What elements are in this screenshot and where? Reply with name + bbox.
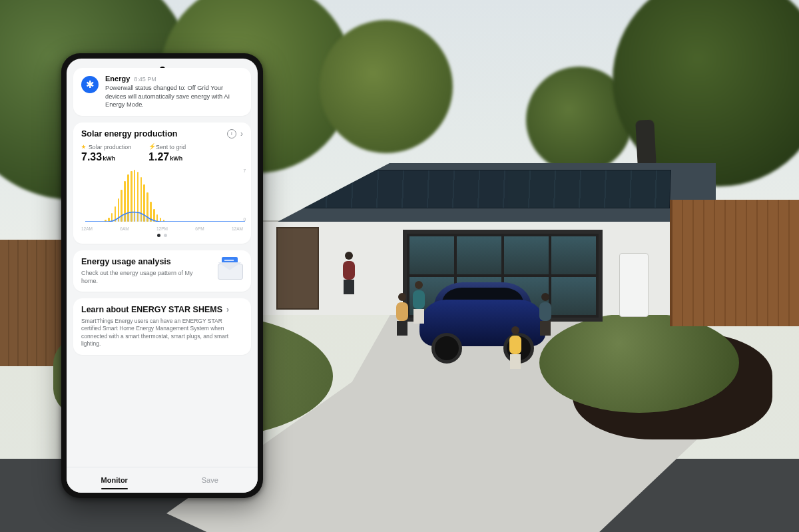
solar-panels	[276, 170, 671, 208]
notification-title: Energy	[105, 75, 130, 83]
notification-time: 8:45 PM	[134, 76, 156, 83]
metric-value: 1.27	[148, 151, 169, 162]
fence	[670, 200, 799, 326]
sun-icon	[81, 144, 86, 149]
metric-unit: kWh	[170, 155, 182, 162]
info-icon[interactable]: i	[227, 129, 236, 138]
car	[419, 280, 546, 360]
tab-save[interactable]: Save	[162, 467, 258, 493]
chart-line	[85, 170, 245, 222]
usage-card[interactable]: Energy usage analysis Check out the ener…	[73, 250, 251, 292]
solar-card[interactable]: Solar energy production i › Solar produc…	[73, 123, 251, 244]
bottom-tabs: Monitor Save	[67, 467, 258, 493]
learn-title: Learn about ENERGY STAR SHEMS	[81, 305, 222, 314]
person	[506, 326, 525, 369]
learn-card[interactable]: Learn about ENERGY STAR SHEMS› SmartThin…	[73, 298, 251, 355]
chevron-right-icon: ›	[226, 305, 229, 314]
usage-title: Energy usage analysis	[81, 257, 210, 266]
chevron-right-icon[interactable]: ›	[240, 129, 243, 138]
pager-dot-active	[157, 234, 160, 237]
tree	[320, 20, 453, 153]
person	[409, 281, 428, 324]
usage-sub: Check out the energy usage pattern of My…	[81, 269, 210, 285]
metric-unit: kWh	[103, 155, 115, 162]
roof	[250, 163, 716, 222]
solar-chart: 70 12AM6AM12PM6PM12AM	[81, 170, 243, 231]
solar-title: Solar energy production	[81, 129, 177, 138]
phone-screen: ✱ Energy 8:45 PM Powerwall status change…	[67, 59, 258, 493]
chart-pager[interactable]	[81, 234, 243, 237]
learn-sub: SmartThings Energy users can have an ENE…	[81, 318, 243, 348]
metric-value: 7.33	[81, 151, 102, 162]
powerwall	[619, 253, 649, 317]
metric-label: Solar production	[89, 144, 131, 150]
phone-frame: ✱ Energy 8:45 PM Powerwall status change…	[61, 53, 263, 498]
front-door	[276, 227, 319, 310]
metric-label: Sent to grid	[156, 144, 186, 150]
asterisk-icon: ✱	[81, 76, 99, 93]
envelope-icon	[216, 257, 243, 280]
solar-production-metric: Solar production 7.33kWh	[81, 144, 131, 163]
sent-to-grid-metric: ⚡Sent to grid 1.27kWh	[148, 144, 186, 163]
person	[340, 252, 358, 294]
person	[393, 293, 411, 336]
tab-monitor[interactable]: Monitor	[67, 467, 162, 493]
pager-dot	[164, 234, 167, 237]
chart-x-axis: 12AM6AM12PM6PM12AM	[81, 226, 243, 231]
notification-card[interactable]: ✱ Energy 8:45 PM Powerwall status change…	[73, 68, 251, 116]
person	[536, 293, 555, 336]
notification-message: Powerwall status changed to: Off Grid Yo…	[105, 84, 243, 109]
bolt-icon: ⚡	[148, 144, 153, 149]
